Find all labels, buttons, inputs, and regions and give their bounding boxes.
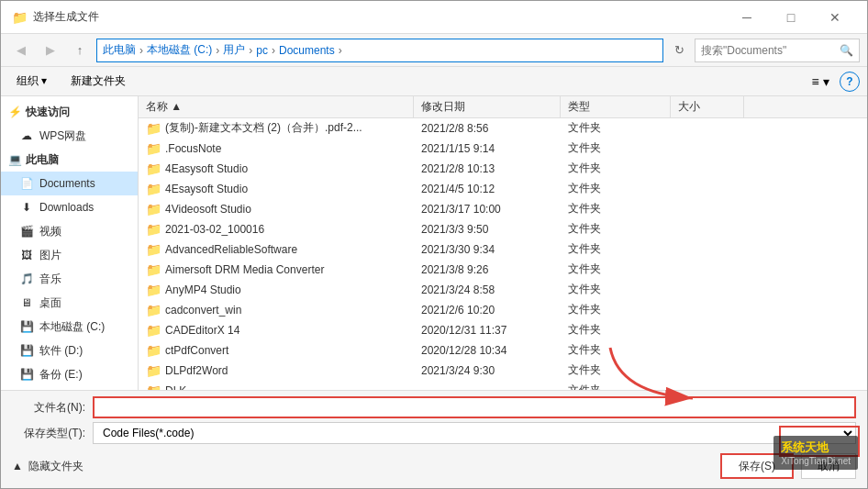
bottom-panel: 文件名(N): 保存类型(T): Code Files(*.code) ▲ 隐藏…	[1, 390, 867, 488]
sidebar-drive-c-label: 本地磁盘 (C:)	[39, 319, 105, 335]
table-row[interactable]: 📁 Aimersoft DRM Media Converter 2021/3/8…	[139, 260, 867, 280]
table-row[interactable]: 📁 2021-03-02_100016 2021/3/3 9:50 文件夹	[139, 219, 867, 239]
breadcrumb-pc[interactable]: pc	[256, 44, 268, 57]
search-icon: 🔍	[840, 44, 853, 57]
sidebar-item-drive-e[interactable]: 💾 备份 (E:)	[1, 362, 138, 386]
sidebar-item-desktop[interactable]: 🖥 桌面	[1, 291, 138, 315]
pictures-icon: 🖼	[19, 249, 34, 261]
file-name-cell: 📁 .FocusNote	[139, 141, 414, 156]
main-content: ⚡ 快速访问 ☁ WPS网盘 💻 此电脑 📄 Documents ⬇ D	[1, 96, 867, 390]
file-type-cell: 文件夹	[561, 282, 671, 297]
table-row[interactable]: 📁 4Esaysoft Studio 2021/4/5 10:12 文件夹	[139, 179, 867, 199]
view-button[interactable]: ≡ ▾	[808, 71, 832, 93]
refresh-button[interactable]: ↻	[667, 39, 691, 62]
file-type-cell: 文件夹	[561, 120, 671, 136]
folder-icon: 📁	[146, 121, 161, 136]
file-type-cell: 文件夹	[561, 140, 671, 156]
sidebar-drive-d-label: 软件 (D:)	[39, 343, 83, 359]
file-date-cell: 2021/2/8 10:13	[414, 162, 561, 175]
sidebar-item-documents[interactable]: 📄 Documents	[1, 172, 138, 195]
sidebar-item-wps[interactable]: ☁ WPS网盘	[1, 124, 138, 148]
sidebar-item-downloads[interactable]: ⬇ Downloads	[1, 195, 138, 219]
forward-button[interactable]: ▶	[38, 39, 63, 62]
file-name-cell: 📁 CADEditorX 14	[139, 323, 414, 338]
sidebar: ⚡ 快速访问 ☁ WPS网盘 💻 此电脑 📄 Documents ⬇ D	[1, 96, 139, 390]
file-date-cell: 2021/1/15 9:14	[414, 142, 561, 155]
file-date-cell: 2021/2/8 8:56	[414, 122, 561, 135]
filetype-select[interactable]: Code Files(*.code)	[93, 422, 856, 444]
sidebar-documents-label: Documents	[39, 177, 95, 190]
file-type-cell: 文件夹	[561, 383, 671, 390]
downloads-icon: ⬇	[19, 201, 34, 214]
col-header-date[interactable]: 修改日期	[414, 96, 561, 117]
filename-input[interactable]	[93, 396, 856, 418]
file-save-dialog: 📁 选择生成文件 ─ □ ✕ ◀ ▶ ↑ 此电脑 › 本地磁盘 (C:) › 用…	[0, 0, 868, 489]
videos-icon: 🎬	[19, 225, 34, 238]
file-type-cell: 文件夹	[561, 181, 671, 196]
folder-icon: 📁	[146, 383, 161, 391]
file-type-cell: 文件夹	[561, 201, 671, 217]
minimize-button[interactable]: ─	[726, 4, 768, 31]
table-row[interactable]: 📁 AnyMP4 Studio 2021/3/24 8:58 文件夹	[139, 280, 867, 300]
table-row[interactable]: 📁 4Videosoft Studio 2021/3/17 10:00 文件夹	[139, 199, 867, 219]
file-list-header: 名称 ▲ 修改日期 类型 大小	[139, 96, 867, 118]
sidebar-item-music[interactable]: 🎵 音乐	[1, 267, 138, 291]
organize-button[interactable]: 组织 ▾	[8, 71, 55, 93]
sidebar-item-drive-d[interactable]: 💾 软件 (D:)	[1, 339, 138, 362]
table-row[interactable]: 📁 cadconvert_win 2021/2/6 10:20 文件夹	[139, 300, 867, 320]
file-list[interactable]: 📁 (复制)-新建文本文档 (2)（合并）.pdf-2... 2021/2/8 …	[139, 118, 867, 390]
watermark: 系统天地 XiTongTianDi.net	[773, 436, 858, 470]
toolbar: 组织 ▾ 新建文件夹 ≡ ▾ ?	[1, 67, 867, 96]
back-button[interactable]: ◀	[8, 39, 34, 62]
file-type-cell: 文件夹	[561, 362, 671, 378]
watermark-url: XiTongTianDi.net	[781, 456, 851, 466]
folder-icon: 📁	[146, 242, 161, 257]
help-button[interactable]: ?	[840, 72, 860, 92]
breadcrumb-users[interactable]: 用户	[223, 42, 245, 58]
table-row[interactable]: 📁 .FocusNote 2021/1/15 9:14 文件夹	[139, 139, 867, 159]
file-type-cell: 文件夹	[561, 342, 671, 358]
dialog-title: 选择生成文件	[33, 9, 99, 25]
table-row[interactable]: 📁 (复制)-新建文本文档 (2)（合并）.pdf-2... 2021/2/8 …	[139, 118, 867, 139]
close-button[interactable]: ✕	[814, 4, 856, 31]
watermark-title: 系统天地	[781, 439, 851, 456]
thispc-icon: 💻	[8, 153, 22, 166]
breadcrumb-computer[interactable]: 此电脑	[103, 42, 136, 58]
sidebar-item-quickaccess[interactable]: ⚡ 快速访问	[1, 100, 138, 124]
table-row[interactable]: 📁 CADEditorX 14 2020/12/31 11:37 文件夹	[139, 320, 867, 340]
table-row[interactable]: 📁 DLPdf2Word 2021/3/24 9:30 文件夹	[139, 361, 867, 381]
bottom-actions: ▲ 隐藏文件夹 保存(S) 取消	[12, 450, 856, 483]
sidebar-item-videos[interactable]: 🎬 视频	[1, 219, 138, 243]
file-type-cell: 文件夹	[561, 322, 671, 338]
drive-d-icon: 💾	[19, 344, 34, 357]
new-folder-button[interactable]: 新建文件夹	[62, 71, 134, 93]
sidebar-item-thispc[interactable]: 💻 此电脑	[1, 148, 138, 172]
breadcrumb-drive[interactable]: 本地磁盘 (C:)	[147, 42, 212, 58]
hide-files-arrow: ▲	[12, 460, 23, 472]
file-date-cell: 2021/3/24 9:30	[414, 364, 561, 377]
address-bar: ◀ ▶ ↑ 此电脑 › 本地磁盘 (C:) › 用户 › pc › Docume…	[1, 34, 867, 67]
table-row[interactable]: 📁 4Easysoft Studio 2021/2/8 10:13 文件夹	[139, 159, 867, 179]
sidebar-wps-label: WPS网盘	[39, 128, 86, 144]
up-button[interactable]: ↑	[67, 39, 93, 62]
table-row[interactable]: 📁 ctPdfConvert 2020/12/28 10:34 文件夹	[139, 340, 867, 361]
address-breadcrumb[interactable]: 此电脑 › 本地磁盘 (C:) › 用户 › pc › Documents ›	[96, 39, 663, 62]
file-date-cell: 2021/3/17 10:00	[414, 203, 561, 216]
hide-files-toggle[interactable]: ▲ 隐藏文件夹	[12, 459, 83, 474]
quickaccess-icon: ⚡	[8, 106, 22, 118]
file-date-cell: 2021/3/30 9:34	[414, 243, 561, 256]
folder-icon: 📁	[146, 161, 161, 176]
table-row[interactable]: 📁 DLK... 文件夹	[139, 381, 867, 390]
breadcrumb-documents[interactable]: Documents	[279, 44, 335, 57]
col-header-name[interactable]: 名称 ▲	[139, 96, 414, 117]
filename-label: 文件名(N):	[12, 400, 85, 416]
title-bar: 📁 选择生成文件 ─ □ ✕	[1, 1, 867, 34]
search-input[interactable]	[701, 44, 840, 57]
col-header-type[interactable]: 类型	[561, 96, 671, 117]
sidebar-item-pictures[interactable]: 🖼 图片	[1, 243, 138, 267]
table-row[interactable]: 📁 AdvancedReliableSoftware 2021/3/30 9:3…	[139, 239, 867, 260]
sidebar-item-drive-c[interactable]: 💾 本地磁盘 (C:)	[1, 315, 138, 339]
col-header-size[interactable]: 大小	[671, 96, 744, 117]
maximize-button[interactable]: □	[770, 4, 812, 31]
sidebar-drive-e-label: 备份 (E:)	[39, 367, 83, 383]
